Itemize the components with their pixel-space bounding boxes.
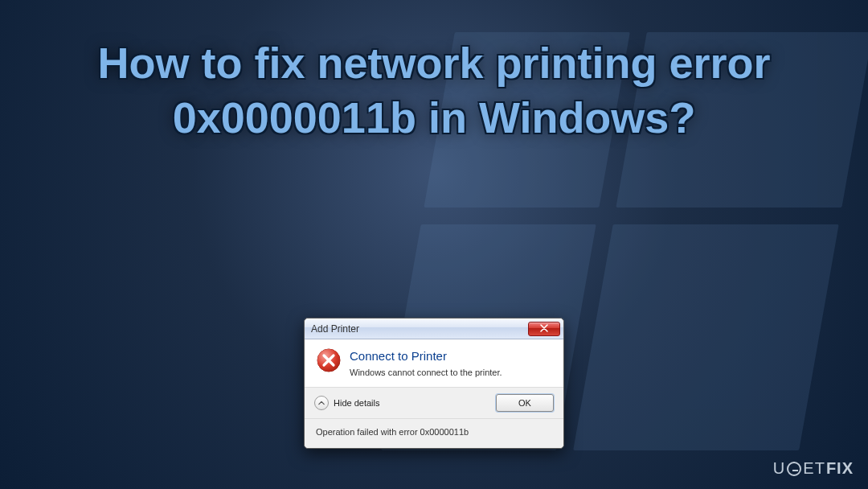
add-printer-dialog: Add Printer Connect to Printer Windows (304, 318, 564, 449)
hide-details-toggle[interactable]: Hide details (314, 396, 379, 410)
dialog-titlebar[interactable]: Add Printer (305, 318, 563, 339)
ok-button[interactable]: OK (496, 394, 554, 412)
error-icon (316, 347, 342, 373)
dialog-controls: Hide details OK (305, 388, 563, 419)
watermark-suffix: FIX (826, 459, 854, 478)
chevron-up-icon (314, 396, 329, 410)
page-title: How to fix network printing error 0x0000… (0, 36, 868, 145)
watermark-logo: U ET FIX (773, 459, 854, 478)
dialog-heading: Connect to Printer (350, 349, 552, 363)
hide-details-label: Hide details (334, 398, 379, 408)
dialog-details: Operation failed with error 0x0000011b (305, 419, 563, 448)
close-button[interactable] (528, 322, 560, 336)
ok-button-label: OK (518, 398, 531, 408)
close-icon (540, 323, 548, 335)
dialog-message: Windows cannot connect to the printer. (350, 368, 552, 377)
target-icon (787, 462, 801, 476)
watermark-middle: ET (803, 459, 825, 478)
watermark-prefix: U (773, 459, 785, 478)
dialog-title: Add Printer (311, 323, 359, 335)
dialog-body: Connect to Printer Windows cannot connec… (305, 339, 563, 388)
